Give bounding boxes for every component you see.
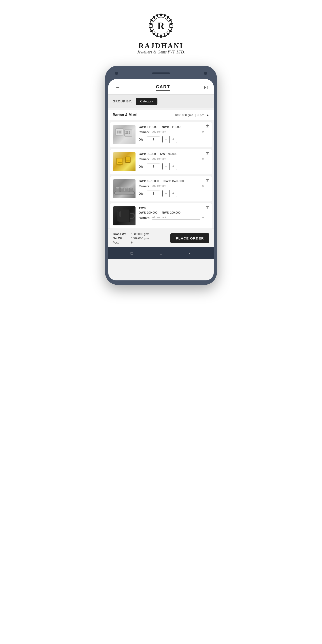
app-header: ← CART	[108, 79, 214, 94]
item-1-details: GWT: 111.000 NWT: 111.000 Remark: add re…	[139, 125, 209, 143]
net-wt-value: 1889.000 gms	[131, 236, 149, 240]
cart-item: GWT: 111.000 NWT: 111.000 Remark: add re…	[110, 122, 212, 147]
clear-cart-button[interactable]	[204, 84, 208, 90]
svg-point-77	[120, 187, 124, 188]
remark-label-3: Remark:	[139, 184, 150, 188]
home-icon: □	[160, 251, 162, 256]
svg-point-39	[118, 130, 120, 132]
svg-point-76	[116, 187, 120, 188]
nwt-value-2: 96.000	[168, 152, 177, 156]
qty-row-3: Qty: 1 − +	[139, 190, 204, 197]
remark-edit-icon-3[interactable]: ✏	[202, 184, 204, 188]
cart-item: GWT: 1570.000 NWT: 1570.000 Remark: add …	[110, 176, 212, 202]
delete-item-2-button[interactable]	[206, 152, 209, 156]
svg-rect-60	[126, 157, 130, 162]
remark-row-4: Remark: add remark ✏	[139, 216, 204, 220]
qty-decrease-button[interactable]: −	[162, 136, 170, 143]
gwt-value-2: 96.000	[147, 152, 156, 156]
speaker	[152, 72, 170, 74]
svg-point-43	[120, 132, 122, 134]
pcs-label: Pcs:	[113, 241, 128, 244]
logo-title: RAJDHANI	[139, 42, 184, 50]
delete-item-3-button[interactable]	[206, 178, 209, 183]
item-name-4: 1928	[139, 206, 204, 210]
item-2-image	[113, 152, 136, 171]
category-header: Bartan & Murti 1889.000 gms | 6 pcs ▲	[108, 110, 214, 120]
qty-label-3: Qty:	[139, 192, 144, 195]
svg-text:R: R	[158, 20, 165, 31]
qty-value-2: 1	[147, 164, 160, 169]
svg-point-78	[125, 187, 128, 188]
remark-label-4: Remark:	[139, 216, 150, 219]
svg-point-47	[126, 133, 127, 134]
page-title: CART	[156, 84, 170, 90]
qty-value-3: 1	[147, 190, 160, 196]
remark-edit-icon-4[interactable]: ✏	[202, 216, 204, 219]
gwt-nwt-row: GWT: 111.000 NWT: 111.000	[139, 125, 204, 128]
cart-item: GWT: 96.000 NWT: 96.000 Remark: add rema…	[110, 149, 212, 174]
delete-item-1-button[interactable]	[206, 124, 209, 129]
logo-area: R RAJDHANI Jewellers & Gems PVT. LTD.	[137, 14, 185, 54]
gross-wt-value: 1889.000 gms	[131, 232, 149, 236]
cart-items-list: GWT: 111.000 NWT: 111.000 Remark: add re…	[108, 122, 214, 228]
svg-point-14	[149, 26, 152, 28]
summary-labels: Gross Wt: 1889.000 gms Net Wt: 1889.000 …	[113, 232, 149, 244]
remark-text-4[interactable]: add remark	[152, 216, 200, 220]
category-separator: |	[195, 113, 196, 117]
remark-label-2: Remark:	[139, 158, 150, 161]
back-button[interactable]: ←	[114, 84, 122, 91]
svg-rect-58	[118, 162, 122, 163]
cart-item-3-body: GWT: 1570.000 NWT: 1570.000 Remark: add …	[113, 179, 209, 198]
remark-text[interactable]: add remark	[152, 130, 200, 134]
chevron-up-icon[interactable]: ▲	[206, 113, 209, 117]
place-order-button[interactable]: PLACE ORDER	[170, 233, 209, 243]
svg-point-1	[160, 14, 162, 16]
svg-rect-65	[207, 179, 208, 179]
remark-text-2[interactable]: add remark	[152, 157, 200, 161]
gwt-label-4: GWT:	[139, 211, 146, 214]
phone-top-bar	[108, 70, 214, 76]
remark-edit-icon-2[interactable]: ✏	[202, 157, 204, 161]
qty-increase-button-2[interactable]: +	[170, 163, 177, 170]
logo-emblem: R	[149, 14, 173, 38]
qty-label-2: Qty:	[139, 165, 144, 168]
delete-item-4-button[interactable]	[206, 206, 209, 210]
nwt-label-4: NWT:	[162, 211, 169, 214]
gwt-label: GWT:	[139, 125, 146, 128]
nav-recent-button[interactable]: ⊏	[128, 250, 135, 256]
qty-increase-button[interactable]: +	[170, 136, 177, 143]
item-4-image	[113, 206, 136, 226]
qty-controls-2: − +	[162, 163, 177, 170]
recent-apps-icon: ⊏	[130, 251, 134, 256]
svg-rect-57	[117, 158, 122, 164]
svg-point-79	[129, 187, 133, 188]
svg-point-46	[128, 131, 130, 132]
bottom-summary: Gross Wt: 1889.000 gms Net Wt: 1889.000 …	[108, 228, 214, 247]
qty-row-2: Qty: 1 − +	[139, 163, 204, 170]
remark-edit-icon[interactable]: ✏	[202, 130, 204, 134]
svg-point-42	[118, 132, 120, 134]
qty-decrease-button-3[interactable]: −	[162, 190, 170, 197]
back-nav-icon: ←	[188, 251, 192, 256]
cart-item-4-body: 1928 GWT: 100.000 NWT: 100.000 Remark: a…	[113, 206, 209, 226]
phone-bottom-nav: ⊏ □ ←	[108, 247, 214, 260]
remark-text-3[interactable]: add remark	[152, 184, 200, 188]
nav-home-button[interactable]: □	[158, 250, 164, 256]
gwt-value-4: 100.000	[147, 211, 158, 214]
category-pieces: 6 pcs	[198, 113, 204, 117]
group-by-bar: GROUP BY: Category	[108, 94, 214, 108]
phone-screen: ← CART GROUP BY: Category	[108, 79, 214, 280]
qty-decrease-button-2[interactable]: −	[162, 163, 170, 170]
svg-point-5	[170, 23, 173, 25]
nav-back-button[interactable]: ←	[187, 250, 194, 256]
gwt-nwt-row-2: GWT: 96.000 NWT: 96.000	[139, 152, 204, 156]
group-by-category-button[interactable]: Category	[136, 98, 158, 105]
svg-rect-51	[207, 152, 208, 152]
svg-point-10	[160, 35, 162, 38]
remark-row-3: Remark: add remark ✏	[139, 184, 204, 188]
gwt-label-3: GWT:	[139, 179, 146, 183]
svg-point-63	[126, 162, 130, 163]
phone-frame: ← CART GROUP BY: Category	[105, 66, 217, 285]
qty-increase-button-3[interactable]: +	[170, 190, 177, 197]
logo-subtitle: Jewellers & Gems PVT. LTD.	[137, 50, 185, 54]
